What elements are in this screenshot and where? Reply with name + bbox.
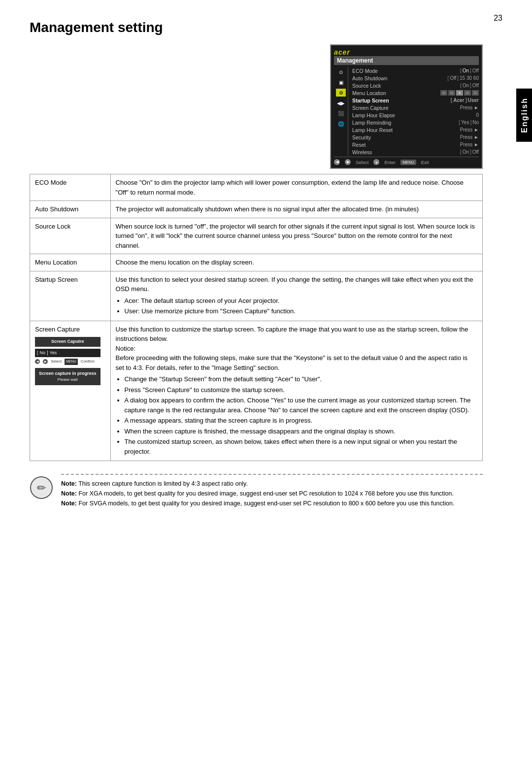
osd-row-security: Security Press ► — [352, 133, 479, 141]
sc-bullet-2: Press "Screen Capture" to customize the … — [125, 385, 477, 395]
osd-footer-enter: Enter — [384, 160, 396, 165]
osd-footer: ◀ ▶ Select ● Enter MENU Exit — [334, 157, 479, 165]
osd-icon-5: 🌐 — [336, 120, 346, 128]
osd-row-lampelapse: Lamp Hour Elapse 0 — [352, 111, 479, 119]
osd-footer-exit: Exit — [421, 160, 429, 165]
row-label-sourcelock: Source Lock — [30, 218, 111, 254]
sc-bullet-5: When the screen capture is finished, the… — [125, 427, 477, 436]
sc-confirm-label: Confirm — [81, 359, 95, 365]
table-row-screencapture: Screen Capture Screen Caputre [ No ] Yes… — [30, 321, 483, 461]
osd-row-startup: Startup Screen [ Acer ] User — [352, 97, 479, 104]
sc-menu-btn: MENU — [65, 359, 78, 365]
osd-icon-3: ◀▶ — [336, 99, 346, 107]
screen-capture-mini-ui: Screen Caputre [ No ] Yes ◀ ▶ Select MEN… — [35, 337, 100, 385]
osd-rows: ECO Mode [ On ] Off Auto Shutdown [ Off … — [350, 67, 479, 156]
osd-logo: acer — [334, 48, 479, 56]
sc-progress-box: Screen capture in progress Please wait — [35, 368, 100, 385]
osd-menu-btn: MENU — [400, 160, 416, 165]
sc-bullet-3: A dialog box appears to confirm the acti… — [125, 396, 477, 415]
row-desc-eco: Choose "On" to dim the projector lamp wh… — [110, 174, 482, 201]
osd-row-lampreset: Lamp Hour Reset Press ► — [352, 126, 479, 133]
note-icon: ✏ — [30, 476, 53, 499]
sc-bullet-1: Change the "Startup Screen" from the def… — [125, 374, 477, 384]
sc-bullet-6: The customized startup screen, as shown … — [125, 437, 477, 456]
sc-select-label: Select — [51, 359, 62, 365]
osd-row-eco: ECO Mode [ On ] Off — [352, 67, 479, 74]
sc-btn-r: ▶ — [43, 359, 48, 364]
osd-row-screencap: Screen Capture Press ► — [352, 104, 479, 111]
loc-icon-3: ■ — [456, 90, 463, 96]
sc-yes-option: Yes — [50, 350, 57, 357]
osd-row-wireless: Wireless [ On ] Off — [352, 148, 479, 156]
list-item-acer: Acer: The default startup screen of your… — [125, 296, 477, 306]
osd-icon-1: ▣ — [336, 78, 346, 86]
loc-icon-4: ⊡ — [464, 90, 471, 96]
sc-bracket-r: ] — [47, 350, 48, 357]
row-desc-startup: Use this function to select your desired… — [110, 271, 482, 321]
osd-icon-0: ⊙ — [336, 68, 346, 76]
osd-footer-select: Select — [356, 160, 368, 165]
page-title: Management setting — [30, 20, 483, 35]
table-row-sourcelock: Source Lock When source lock is turned "… — [30, 218, 483, 254]
osd-menu-title: Management — [334, 56, 479, 65]
note-section: ✏ Note: This screen capture function is … — [30, 470, 483, 508]
sc-btn-l: ◀ — [35, 359, 40, 364]
row-label-shutdown: Auto Shutdown — [30, 201, 111, 218]
sc-progress-title: Screen capture in progress — [39, 370, 97, 377]
list-item-user: User: Use memorize picture from "Screen … — [125, 306, 477, 316]
table-row-startup: Startup Screen Use this function to sele… — [30, 271, 483, 321]
osd-btn-select-r: ▶ — [345, 159, 351, 165]
osd-row-lampremind: Lamp Reminding [ Yes ] No — [352, 119, 479, 126]
sc-bracket-l: [ — [37, 350, 38, 357]
osd-screenshot: acer Management ⊙ ▣ ⚙ ◀▶ ⬛ 🌐 ECO Mode [ … — [330, 44, 483, 169]
row-label-eco: ECO Mode — [30, 174, 111, 201]
sc-progress-msg: Please wait — [39, 377, 97, 383]
osd-btn-enter: ● — [373, 159, 379, 165]
row-label-menuloc: Menu Location — [30, 254, 111, 271]
description-table: ECO Mode Choose "On" to dim the projecto… — [30, 174, 483, 461]
row-label-startup: Startup Screen — [30, 271, 111, 321]
page-number: 23 — [494, 14, 502, 23]
row-desc-screencapture: Use this function to customize the start… — [110, 321, 482, 461]
osd-icon-list: ⊙ ▣ ⚙ ◀▶ ⬛ 🌐 — [334, 67, 348, 156]
osd-row-menuloc: Menu Location ⊡ ⊡ ■ ⊡ ⊡ — [352, 89, 479, 97]
osd-row-sourcelock: Source Lock [ On ] Off — [352, 82, 479, 89]
row-label-screencapture: Screen Capture Screen Caputre [ No ] Yes… — [30, 321, 111, 461]
osd-row-shutdown: Auto Shutdown [ Off ] 15 30 60 — [352, 74, 479, 82]
sc-mini-footer: ◀ ▶ Select MENU Confirm — [35, 359, 100, 365]
sc-dialog-title: Screen Caputre — [35, 337, 100, 347]
row-desc-shutdown: The projector will automatically shutdow… — [110, 201, 482, 218]
table-row-eco: ECO Mode Choose "On" to dim the projecto… — [30, 174, 483, 201]
loc-icon-1: ⊡ — [440, 90, 447, 96]
row-desc-menuloc: Choose the menu location on the display … — [110, 254, 482, 271]
svg-text:✏: ✏ — [37, 482, 46, 494]
note-text-1: Note: This screen capture function is li… — [61, 479, 483, 508]
osd-row-reset: Reset Press ► — [352, 141, 479, 148]
loc-icon-2: ⊡ — [448, 90, 455, 96]
sc-options: [ No ] Yes — [35, 349, 100, 358]
osd-icon-2: ⚙ — [336, 89, 346, 97]
note-lines: Note: This screen capture function is li… — [61, 474, 483, 508]
osd-icon-4: ⬛ — [336, 109, 346, 117]
row-desc-sourcelock: When source lock is turned "off", the pr… — [110, 218, 482, 254]
table-row-shutdown: Auto Shutdown The projector will automat… — [30, 201, 483, 218]
osd-btn-select-l: ◀ — [334, 159, 340, 165]
language-tab: English — [516, 89, 532, 142]
sc-no-option: No — [40, 350, 46, 357]
sc-bullet-4: A message appears, stating that the scre… — [125, 416, 477, 426]
table-row-menuloc: Menu Location Choose the menu location o… — [30, 254, 483, 271]
loc-icon-5: ⊡ — [472, 90, 479, 96]
